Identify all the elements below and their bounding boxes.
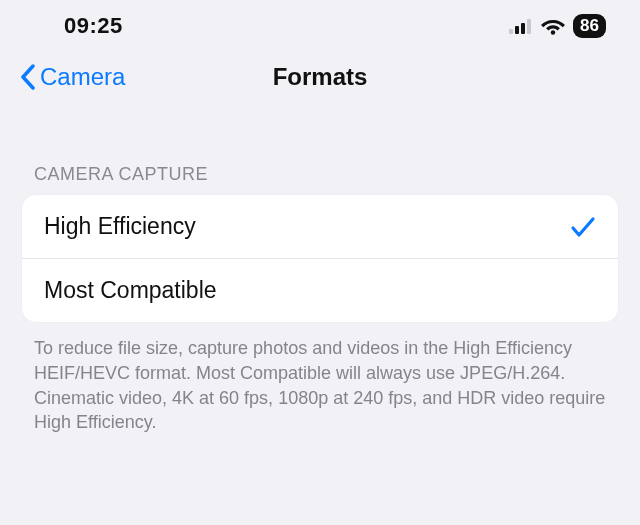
svg-rect-3 [527,19,531,34]
camera-capture-section: CAMERA CAPTURE High Efficiency Most Comp… [0,164,640,435]
cellular-icon [509,18,533,34]
back-button[interactable]: Camera [20,63,125,91]
status-time: 09:25 [64,13,123,39]
options-group: High Efficiency Most Compatible [22,195,618,322]
checkmark-icon [570,215,596,239]
back-label: Camera [40,63,125,91]
svg-rect-1 [515,26,519,34]
svg-rect-2 [521,23,525,34]
status-bar: 09:25 86 [0,0,640,52]
section-header: CAMERA CAPTURE [34,164,606,185]
svg-rect-0 [509,29,513,34]
chevron-left-icon [20,64,36,90]
battery-level: 86 [580,16,599,36]
option-most-compatible[interactable]: Most Compatible [22,258,618,322]
option-label: Most Compatible [44,277,217,304]
svg-point-4 [551,30,555,34]
option-high-efficiency[interactable]: High Efficiency [22,195,618,258]
option-label: High Efficiency [44,213,196,240]
battery-indicator: 86 [573,14,606,38]
status-indicators: 86 [509,14,606,38]
wifi-icon [541,17,565,35]
navigation-bar: Camera Formats [0,52,640,102]
section-footer: To reduce file size, capture photos and … [34,336,606,435]
